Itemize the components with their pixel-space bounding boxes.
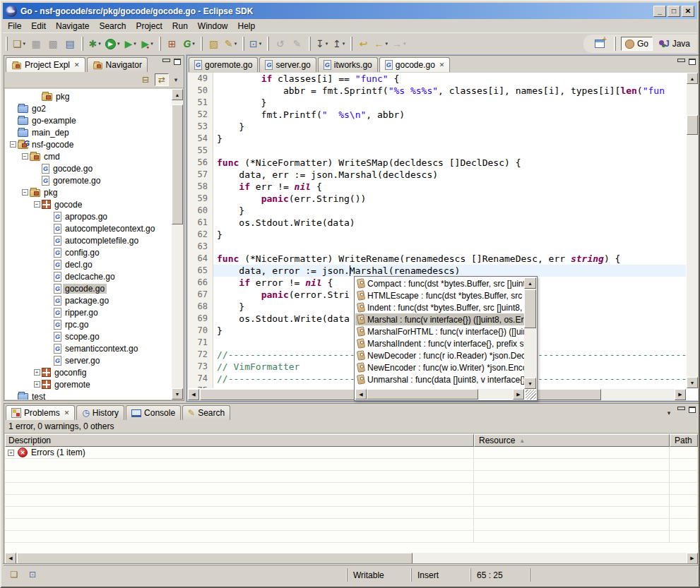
column-header-description[interactable]: Description <box>5 434 474 447</box>
popup-resize-grip[interactable] <box>526 390 536 400</box>
close-tab-icon[interactable]: ✕ <box>64 409 70 416</box>
problems-hscrollbar[interactable]: ◀ ▶ <box>5 553 698 564</box>
scroll-left-button[interactable]: ◀ <box>355 389 367 400</box>
tab-search[interactable]: ✎Search <box>182 405 230 420</box>
menu-edit[interactable]: Edit <box>26 20 51 32</box>
view-menu-button[interactable]: ▾ <box>171 73 181 86</box>
scroll-right-button[interactable]: ▶ <box>513 389 524 400</box>
dropdown-arrow-icon[interactable]: ▾ <box>235 41 237 47</box>
problem-row[interactable]: +✕Errors (1 item) <box>5 447 698 459</box>
code-line-53[interactable]: 53 } <box>188 121 686 133</box>
maximize-window-button[interactable]: □ <box>668 6 680 17</box>
scroll-down-button[interactable]: ▼ <box>524 378 536 389</box>
editor-tab-goremote-go[interactable]: Ggoremote.go <box>189 57 258 72</box>
maximize-editor-button[interactable] <box>689 59 696 65</box>
menu-search[interactable]: Search <box>94 20 131 32</box>
minimize-window-button[interactable]: _ <box>653 6 666 17</box>
dropdown-arrow-icon[interactable]: ▾ <box>192 41 195 47</box>
close-tab-icon[interactable]: ✕ <box>439 61 445 68</box>
tab-problems[interactable]: Problems✕ <box>6 405 75 420</box>
run-button[interactable]: ▶▾ <box>103 36 122 52</box>
completion-item[interactable]: Unmarshal : func(data []uint8, v interfa… <box>355 373 524 385</box>
previous-annotation-button[interactable]: ↥▾ <box>331 36 348 52</box>
code-line-58[interactable]: 58 if err != nil { <box>188 181 686 193</box>
new-wizard-button[interactable]: ❏▾ <box>11 36 28 52</box>
menu-help[interactable]: Help <box>233 20 261 32</box>
popup-hscrollbar[interactable]: ◀ ▶ <box>355 389 524 400</box>
scroll-down-button[interactable]: ▼ <box>172 388 183 400</box>
scroll-down-button[interactable]: ▼ <box>687 377 698 388</box>
editor-vscrollbar[interactable]: ▲ ▼ <box>687 73 698 388</box>
menu-project[interactable]: Project <box>131 20 167 32</box>
code-line-62[interactable]: 62} <box>188 229 686 241</box>
tab-project-expl[interactable]: Project Expl✕ <box>6 57 85 72</box>
next-annotation-button[interactable]: ↧▾ <box>314 36 331 52</box>
perspective-java-button[interactable]: JJava <box>655 37 694 51</box>
editor-vscroll-thumb[interactable] <box>687 115 698 135</box>
dropdown-arrow-icon[interactable]: ▾ <box>150 41 153 47</box>
menu-file[interactable]: File <box>3 20 26 32</box>
completion-item[interactable]: NewEncoder : func(w io.Writer) *json.Enc… <box>355 361 524 373</box>
scroll-up-button[interactable]: ▲ <box>524 277 536 289</box>
scroll-right-button[interactable]: ▶ <box>687 553 698 564</box>
code-line-55[interactable]: 55 <box>188 145 686 157</box>
open-resource-button[interactable]: ▨ <box>206 36 223 52</box>
code-line-50[interactable]: 50 abbr = fmt.Sprintf("%s %s%s", classes… <box>188 85 686 97</box>
code-line-49[interactable]: 49 if classes[i] == "func" { <box>188 73 686 85</box>
completion-item[interactable]: HTMLEscape : func(dst *bytes.Buffer, src… <box>355 289 524 301</box>
link-with-editor-button[interactable]: ⇄ <box>155 73 169 86</box>
tree-item-semanticcontext-go[interactable]: Gsemanticcontext.go <box>5 342 172 354</box>
tree-item-server-go[interactable]: Gserver.go <box>5 354 172 366</box>
code-line-61[interactable]: 61 os.Stdout.Write(data) <box>188 217 686 229</box>
dropdown-arrow-icon[interactable]: ▾ <box>343 41 345 47</box>
editor-trim-icon[interactable]: ⊡ <box>25 568 40 582</box>
tree-item-cmd[interactable]: −cmd <box>5 150 172 162</box>
close-window-button[interactable]: ✕ <box>682 6 694 17</box>
new-go-package-button[interactable]: ⊞ <box>164 36 181 52</box>
tree-scrollbar[interactable]: ▲ ▼ <box>172 89 183 400</box>
tree-item-gocode-go[interactable]: Ggocode.go <box>5 162 172 174</box>
code-line-52[interactable]: 52 fmt.Printf(" %s\n", abbr) <box>188 109 686 121</box>
dropdown-arrow-icon[interactable]: ▾ <box>134 41 136 47</box>
last-edit-location-button[interactable]: ↩ <box>355 36 372 52</box>
expand-plus-icon[interactable]: + <box>8 450 14 456</box>
tree-item-autocompletefile-go[interactable]: Gautocompletefile.go <box>5 234 172 246</box>
code-line-51[interactable]: 51 } <box>188 97 686 109</box>
tree-item-test[interactable]: test <box>5 390 172 400</box>
tree-scrollbar-thumb[interactable] <box>172 104 183 224</box>
completion-item[interactable]: Marshal : func(v interface{}) ([]uint8, … <box>355 313 524 325</box>
tree-item-declcache-go[interactable]: Gdeclcache.go <box>5 270 172 282</box>
collapse-minus-icon[interactable]: − <box>22 189 28 196</box>
scroll-up-button[interactable]: ▲ <box>687 73 698 84</box>
collapse-all-button[interactable]: ⊟ <box>138 73 153 86</box>
popup-hscroll-thumb[interactable] <box>367 389 478 400</box>
tree-item-go-example[interactable]: go-example <box>5 114 172 126</box>
maximize-view-button[interactable] <box>174 59 181 65</box>
scroll-left-button[interactable]: ◀ <box>188 389 199 400</box>
dropdown-arrow-icon[interactable]: ▾ <box>23 41 26 47</box>
open-perspective-button[interactable] <box>591 37 609 50</box>
search-button[interactable]: ✎▾ <box>223 36 239 52</box>
code-line-57[interactable]: 57 data, err := json.Marshal(decldescs) <box>188 169 686 181</box>
maximize-problems-button[interactable] <box>689 407 696 413</box>
tab-navigator[interactable]: Navigator <box>87 57 148 72</box>
back-button[interactable]: ←▾ <box>372 36 391 52</box>
menu-window[interactable]: Window <box>193 20 233 32</box>
tree-item-pkg[interactable]: −pkg <box>5 186 172 198</box>
tree-item-autocompletecontext-go[interactable]: Gautocompletecontext.go <box>5 222 172 234</box>
dropdown-arrow-icon[interactable]: ▾ <box>403 41 406 47</box>
completion-item[interactable]: Indent : func(dst *bytes.Buffer, src []u… <box>355 301 524 313</box>
tree-item-goremote[interactable]: +goremote <box>5 378 172 390</box>
tree-item-main_dep[interactable]: main_dep <box>5 126 172 138</box>
completion-item[interactable]: MarshalIndent : func(v interface{}, pref… <box>355 337 524 349</box>
editor-tab-server-go[interactable]: Gserver.go <box>259 57 316 72</box>
tree-item-goconfig[interactable]: +goconfig <box>5 366 172 378</box>
code-line-65[interactable]: 65 data, error := json.Marshal(renamedes… <box>188 265 686 277</box>
scroll-right-button[interactable]: ▶ <box>675 389 686 400</box>
tree-item-gocode[interactable]: −gocode <box>5 198 172 210</box>
dropdown-arrow-icon[interactable]: ▾ <box>98 41 101 47</box>
popup-vscrollbar[interactable]: ▲ ▼ <box>524 277 536 389</box>
column-header-resource[interactable]: Resource▲ <box>474 434 670 447</box>
tree-item-package-go[interactable]: Gpackage.go <box>5 294 172 306</box>
column-header-path[interactable]: Path <box>670 434 698 447</box>
